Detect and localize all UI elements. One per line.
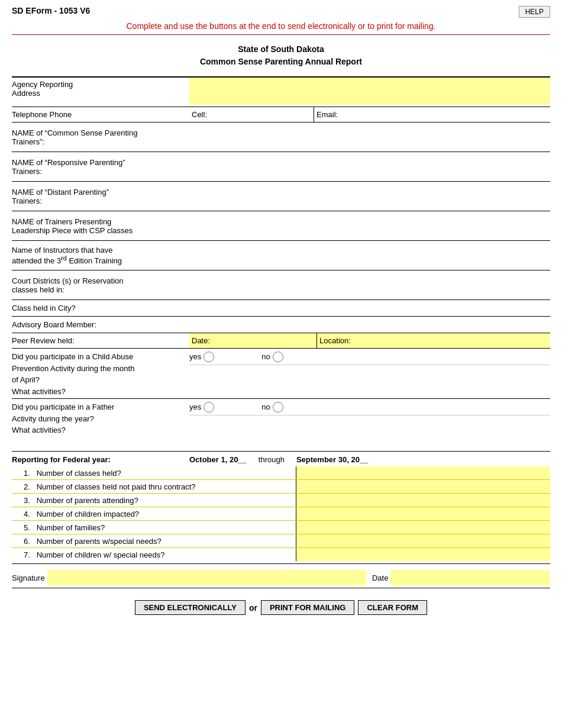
instructors-label: Name of Instructors that haveattended th… [12, 244, 189, 267]
distant-input[interactable] [189, 183, 550, 210]
peer-review-label: Peer Review held: [12, 333, 189, 348]
agency-label: Agency ReportingAddress [12, 78, 189, 99]
agency-input[interactable] [189, 78, 550, 105]
through-label: through [259, 455, 285, 464]
reporting-input-7[interactable] [296, 548, 550, 561]
reporting-input-6[interactable] [296, 534, 550, 547]
cell-label: Cell: [192, 110, 207, 119]
court-districts-input[interactable] [189, 272, 550, 298]
child-abuse-yes-radio[interactable] [204, 352, 214, 362]
child-abuse-activities-input[interactable] [189, 365, 550, 392]
peer-date-input[interactable] [210, 334, 314, 348]
reporting-input-4[interactable] [296, 507, 550, 520]
trainers-presenting-label: NAME of Trainers PresentingLeadership Pi… [12, 215, 189, 237]
october-label: October 1, 20__ [189, 455, 247, 464]
advisory-board-input[interactable] [189, 317, 550, 333]
responsive-input[interactable] [189, 154, 550, 180]
help-button[interactable]: HELP [519, 6, 550, 18]
reporting-item-4: 4. Number of children impacted? [12, 508, 296, 520]
responsive-label: NAME of “Responsive Parenting”Trainers: [12, 156, 189, 178]
csp-trainers-input[interactable] [189, 124, 550, 150]
date2-label: Date [372, 574, 390, 582]
email-label: Email: [316, 110, 338, 119]
reporting-item-3: 3. Number of parents attending? [12, 495, 296, 506]
child-abuse-no-group: no [261, 352, 283, 362]
class-city-input[interactable] [189, 301, 550, 316]
instruction-text: Complete and use the buttons at the end … [12, 21, 550, 35]
signature-label: Signature [12, 574, 47, 582]
father-yes-group: yes [189, 402, 214, 413]
reporting-input-3[interactable] [296, 494, 550, 507]
print-for-mailing-button[interactable]: PRINT FOR MAILING [261, 600, 355, 615]
instructors-input[interactable] [189, 243, 550, 269]
reporting-input-1[interactable] [296, 466, 550, 479]
signature-input[interactable] [47, 570, 366, 585]
reporting-item-2: 2. Number of classes held not paid thru … [12, 481, 296, 492]
father-no-radio[interactable] [273, 402, 283, 413]
no-label-2: no [261, 402, 270, 411]
reporting-item-5: 5. Number of families? [12, 522, 296, 533]
yes-label-1: yes [189, 352, 201, 361]
or-label: or [249, 603, 257, 613]
reporting-input-5[interactable] [296, 521, 550, 534]
form-heading: State of South Dakota Common Sense Paren… [12, 43, 550, 68]
trainers-presenting-input[interactable] [189, 213, 550, 239]
date-sublabel: Date: [192, 336, 210, 345]
reporting-input-2[interactable] [296, 480, 550, 493]
email-input[interactable] [338, 108, 548, 122]
location-sublabel: Location: [319, 336, 351, 345]
csp-trainers-label: NAME of “Common Sense ParentingTrainers”… [12, 127, 189, 148]
date2-input[interactable] [390, 570, 550, 585]
reporting-item-7: 7. Number of children w/ special needs? [12, 549, 296, 561]
reporting-label: Reporting for Federal year: [12, 455, 189, 464]
telephone-label: Telephone Phone [12, 107, 189, 122]
clear-form-button[interactable]: CLEAR FORM [358, 600, 427, 615]
class-city-label: Class held in City? [12, 302, 189, 314]
father-no-group: no [261, 402, 283, 413]
father-yes-radio[interactable] [204, 402, 214, 413]
peer-location-input[interactable] [351, 334, 548, 348]
september-label: September 30, 20__ [296, 455, 368, 464]
child-abuse-no-radio[interactable] [273, 352, 283, 362]
reporting-item-1: 1. Number of classes held? [12, 468, 296, 479]
send-electronically-button[interactable]: SEND ELECTRONICALLY [135, 600, 246, 615]
father-activity-label: Did you participate in a Father Activity… [12, 399, 189, 437]
no-label-1: no [261, 352, 270, 361]
child-abuse-label: Did you participate in a Child Abuse Pre… [12, 349, 189, 398]
cell-input[interactable] [207, 108, 311, 122]
child-abuse-yes-group: yes [189, 352, 214, 362]
distant-label: NAME of “Distant Parenting”Trainers: [12, 186, 189, 207]
reporting-item-6: 6. Number of parents w/special needs? [12, 536, 296, 547]
court-districts-label: Court Districts (s) or Reservationclasse… [12, 275, 189, 296]
form-id: SD EForm - 1053 V6 [12, 6, 90, 15]
father-activities-input[interactable] [189, 415, 550, 450]
yes-label-2: yes [189, 402, 201, 411]
advisory-board-label: Advisory Board Member: [12, 318, 189, 331]
